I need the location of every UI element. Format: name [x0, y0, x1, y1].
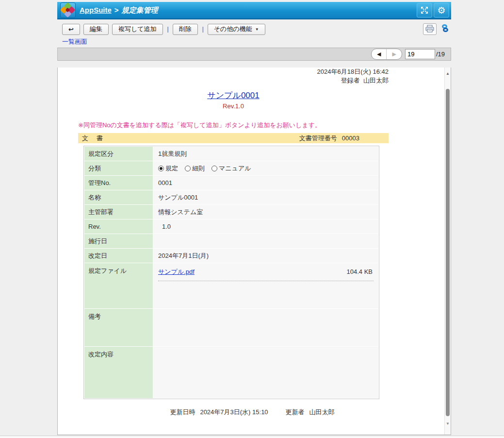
fullscreen-icon: [421, 6, 428, 14]
field-value: 1就業規則: [153, 147, 378, 161]
delete-button[interactable]: 削除: [173, 24, 198, 35]
field-label: 主管部署: [84, 205, 153, 219]
section-title: 文 書: [82, 134, 104, 143]
field-value: 0001: [153, 176, 378, 190]
scroll-down-icon[interactable]: ▼: [445, 421, 451, 426]
desknets-link-icon[interactable]: [440, 24, 450, 34]
printer-icon: [425, 25, 434, 34]
table-row: 名称 サンプル0001: [84, 190, 378, 204]
app-header: AppSuite>規定集管理: [57, 2, 451, 19]
doc-number-label: 文書管理番号: [299, 135, 337, 142]
scrollbar-thumb[interactable]: [446, 89, 450, 416]
updated-label: 更新日時: [170, 408, 195, 416]
table-row: 備考: [84, 309, 378, 346]
next-page-button[interactable]: ▶: [387, 49, 402, 59]
document-title-link[interactable]: サンプル0001: [207, 91, 259, 100]
update-info: 更新日時2024年7月3日(水) 15:10更新者山田太郎: [78, 408, 389, 417]
document-form-table: 規定区分 1就業規則 分類 規定 細則 マニュアル: [83, 146, 379, 399]
toolbar: ↩ 編集 複写して追加 | 削除 | その他の機能▼: [57, 23, 451, 35]
field-value: [153, 234, 378, 248]
updater-name: 山田太郎: [309, 408, 335, 416]
section-header: 文 書 文書管理番号00003: [78, 133, 389, 143]
back-button[interactable]: ↩: [62, 24, 80, 35]
toolbar-separator: |: [202, 26, 204, 33]
radio-button[interactable]: [211, 166, 217, 171]
field-label: 名称: [84, 190, 153, 204]
field-value: 2024年7月1日(月): [153, 249, 378, 263]
app-window: AppSuite>規定集管理: [57, 0, 451, 435]
field-value-text: 1.0: [158, 223, 171, 230]
radio-label: 細則: [192, 164, 205, 173]
field-label: 規定ファイル: [84, 263, 153, 308]
print-button[interactable]: [423, 23, 437, 35]
field-value: [153, 309, 378, 346]
field-label: 施行日: [84, 234, 153, 248]
breadcrumb: AppSuite>規定集管理: [80, 6, 158, 15]
document-panel: 2024年6月18日(火) 16:42 登録者 山田太郎 サンプル0001 Re…: [57, 67, 451, 435]
appsuite-logo-icon: [60, 2, 76, 18]
table-row: 管理No. 0001: [84, 176, 378, 190]
field-value: 情報システム室: [153, 205, 378, 219]
field-label: 改定日: [84, 249, 153, 263]
scroll-up-icon[interactable]: ▲: [445, 71, 451, 76]
doc-number-value: 00003: [342, 135, 359, 142]
field-value: サンプル0001: [153, 190, 378, 204]
updater-label: 更新者: [286, 408, 305, 416]
table-row: 規定区分 1就業規則: [84, 147, 378, 161]
page-number-input[interactable]: [405, 49, 435, 59]
field-value: [153, 347, 378, 398]
file-link[interactable]: サンプル.pdf: [158, 268, 195, 276]
field-label: 備考: [84, 309, 153, 346]
pager-control: ◀ ▶: [371, 49, 402, 60]
table-row: 施行日: [84, 234, 378, 248]
registration-info: 2024年6月18日(火) 16:42 登録者 山田太郎: [78, 67, 389, 85]
field-value: 規定 細則 マニュアル: [153, 161, 378, 175]
breadcrumb-separator: >: [114, 6, 119, 14]
document-revision: Rev.1.0: [78, 102, 389, 110]
back-icon: ↩: [68, 26, 74, 33]
radio-button-selected[interactable]: [158, 166, 164, 171]
settings-button[interactable]: ⚙: [434, 3, 449, 17]
page-total-label: /19: [436, 51, 445, 58]
chevron-down-icon: ▼: [255, 27, 259, 32]
table-row: Rev. 1.0: [84, 219, 378, 234]
table-row: 分類 規定 細則 マニュアル: [84, 161, 378, 175]
radio-button[interactable]: [185, 166, 191, 171]
copy-add-button[interactable]: 複写して追加: [112, 24, 163, 35]
more-functions-label: その他の機能: [214, 25, 252, 34]
table-row: 主管部署 情報システム室: [84, 205, 378, 219]
breadcrumb-app-link[interactable]: AppSuite: [80, 6, 112, 14]
screen: AppSuite>規定集管理: [0, 0, 504, 438]
registered-datetime: 2024年6月18日(火) 16:42: [78, 67, 389, 76]
prev-page-button[interactable]: ◀: [372, 49, 387, 59]
field-label: 分類: [84, 161, 153, 175]
field-value: 1.0: [153, 219, 378, 234]
table-row: 改定内容: [84, 347, 378, 398]
bottom-divider: [0, 436, 504, 438]
toolbar-separator: |: [167, 26, 169, 33]
fullscreen-button[interactable]: [417, 3, 432, 17]
gear-icon: ⚙: [437, 6, 445, 15]
field-value: サンプル.pdf 104.4 KB: [153, 263, 378, 308]
radio-label: マニュアル: [219, 164, 251, 173]
updated-datetime: 2024年7月3日(水) 15:10: [200, 408, 268, 416]
field-label: 管理No.: [84, 176, 153, 190]
registrant-label: 登録者: [341, 77, 360, 84]
pagination-bar: ◀ ▶ /19: [57, 48, 451, 61]
vertical-scrollbar[interactable]: ▲ ▼: [444, 67, 451, 435]
table-row: 規定ファイル サンプル.pdf 104.4 KB: [84, 263, 378, 308]
more-functions-button[interactable]: その他の機能▼: [208, 24, 265, 35]
file-size: 104.4 KB: [347, 268, 373, 275]
field-label: Rev.: [84, 219, 153, 234]
registrant-name: 山田太郎: [363, 77, 389, 84]
table-row: 改定日 2024年7月1日(月): [84, 249, 378, 263]
field-label: 規定区分: [84, 147, 153, 161]
field-label: 改定内容: [84, 347, 153, 398]
radio-label: 規定: [165, 164, 178, 173]
notice-text: ※同管理Noの文書を追加する際は「複写して追加」ボタンより追加をお願いします。: [78, 121, 389, 130]
list-view-link[interactable]: 一覧画面: [62, 38, 87, 45]
edit-button[interactable]: 編集: [83, 24, 109, 35]
page-title: 規定集管理: [122, 6, 158, 14]
